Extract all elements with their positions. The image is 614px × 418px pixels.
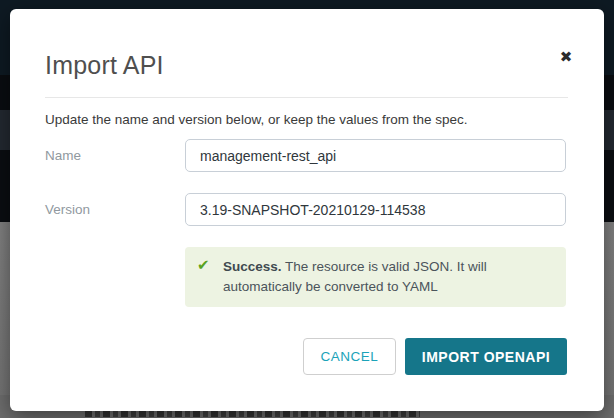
cancel-button[interactable]: CANCEL	[303, 338, 396, 375]
success-alert: ✔ Success. The resource is valid JSON. I…	[185, 247, 566, 307]
checkmark-icon: ✔	[197, 256, 210, 274]
title-divider	[45, 97, 568, 98]
obscured-page-text	[85, 411, 420, 417]
name-field-label: Name	[45, 148, 81, 163]
import-api-dialog: Import API ✖ Update the name and version…	[10, 9, 604, 411]
close-icon[interactable]: ✖	[556, 47, 576, 67]
import-openapi-button[interactable]: IMPORT OPENAPI	[405, 338, 567, 375]
success-alert-text: Success. The resource is valid JSON. It …	[223, 257, 535, 297]
success-alert-title: Success.	[223, 259, 282, 274]
name-input[interactable]	[185, 139, 566, 172]
dialog-description: Update the name and version below, or ke…	[45, 112, 468, 127]
dialog-title: Import API	[45, 51, 164, 80]
version-field-label: Version	[45, 202, 90, 217]
version-input[interactable]	[185, 193, 566, 226]
